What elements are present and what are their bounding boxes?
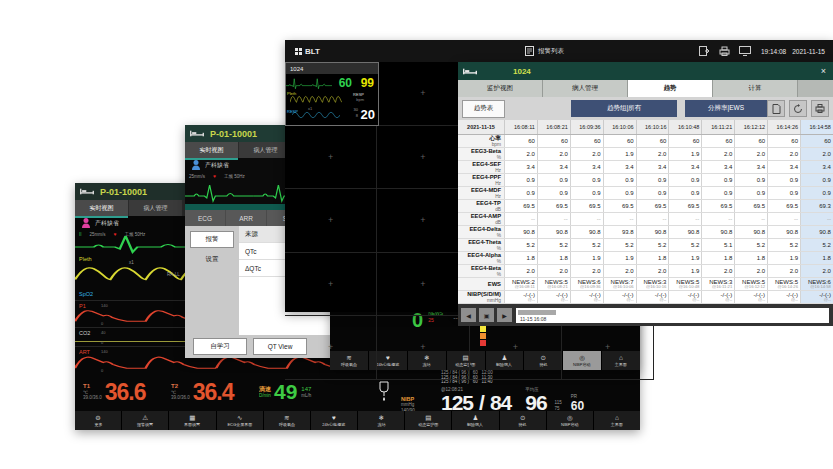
trend-cell: 2.0 — [570, 148, 603, 160]
ecg-dialog-tab-ECG[interactable]: ECG — [185, 210, 225, 226]
scroll-left-button[interactable]: ◀ — [461, 308, 476, 322]
trend-cell: 0.9 — [800, 174, 833, 186]
toolbar-button-待机[interactable]: ⊙待机 — [500, 411, 546, 430]
trend-cell: 69.5 — [504, 200, 537, 212]
print-icon[interactable] — [719, 46, 730, 56]
scroll-mode-button[interactable]: ▣ — [479, 308, 494, 322]
trend-table-header: 2021-11-15 16:08:1116:08:2116:09:3616:10… — [458, 120, 833, 135]
t2-parameter[interactable]: T2 ℃ 39.0/36.0 36.4 — [171, 371, 259, 413]
alarm-list-icon — [525, 46, 534, 56]
toolbar-button-更多[interactable]: ⊖更多 — [75, 411, 121, 430]
ecg-dialog-tab-ARR[interactable]: ARR — [226, 210, 266, 226]
patient-tile[interactable]: + — [285, 253, 377, 317]
w1-tab-0[interactable]: 实时视图 — [75, 200, 128, 218]
trend-time-header: 16:14:26 — [767, 120, 800, 134]
trend-date-header: 2021-11-15 — [458, 120, 504, 134]
trend-cell: 2.0 — [570, 265, 603, 277]
patient-tile[interactable]: + — [285, 189, 377, 253]
trend-cell: 2.0 — [800, 148, 833, 160]
toolbar-button-主界面[interactable]: ⌂主界面 — [594, 411, 640, 430]
add-patient-icon: + — [420, 279, 425, 289]
dialog-tab-0[interactable]: 监护视图 — [458, 80, 543, 97]
ecg-dialog-sidebar-设置[interactable]: 设置 — [191, 252, 233, 267]
alarm-list-button[interactable]: 报警列表 — [525, 46, 564, 56]
scroll-track[interactable]: 11-15 16:08 — [516, 308, 829, 323]
patient-tile[interactable]: + — [285, 316, 377, 380]
patient-tile-1024[interactable]: 1024 60 99 Pleth RESP bpm RESP x1 30 8 2… — [285, 62, 379, 126]
trend-cell: 1.9 — [767, 252, 800, 264]
toolbar-button-解除病人[interactable]: ♟解除病人 — [452, 411, 498, 430]
trend-cell: 5.1 — [701, 239, 734, 251]
mid-tab-0[interactable]: 实时视图 — [185, 142, 238, 160]
trend-cell: 3.4 — [800, 161, 833, 173]
station-topbar: BLT 报警列表 19:14:08 — [285, 40, 833, 62]
trend-cell: -/-(-)@-- — [668, 291, 701, 303]
dialog-tab-1[interactable]: 病人管理 — [543, 80, 628, 97]
patient-tile[interactable]: + — [377, 62, 469, 126]
toolbar-button-NIBP启动[interactable]: ◎NIBP启动 — [547, 411, 593, 430]
bed-icon — [463, 67, 477, 76]
w1-tab-1[interactable]: 病人管理 — [129, 200, 182, 216]
trend-cell: 60 — [504, 135, 537, 147]
export-icon[interactable] — [699, 46, 710, 56]
dialog-tab-2[interactable]: 趋势 — [628, 80, 713, 97]
trend-cell: 1.8 — [701, 252, 734, 264]
trend-cell: 5.2 — [734, 239, 767, 251]
toolbar-button-呼吸氧合[interactable]: ≋呼吸氧合 — [264, 411, 310, 430]
tile-ecg-row: 60 99 — [286, 74, 378, 91]
trend-cell: -/-(-)@-- — [537, 291, 570, 303]
trend-cell: 1.9 — [570, 252, 603, 264]
scroll-right-button[interactable]: ▶ — [497, 308, 512, 322]
patient-tile[interactable]: + — [377, 253, 469, 317]
trend-row-label: EEG4-TPdB — [458, 200, 504, 212]
trend-row: EEG4-Theta%5.25.25.25.25.25.25.15.25.25.… — [458, 239, 833, 252]
trend-row-label: EEG4-MDFHz — [458, 187, 504, 199]
art-scale-high: 140 — [101, 349, 108, 354]
trend-time-header: 16:08:21 — [537, 120, 570, 134]
print-record-button[interactable] — [811, 100, 829, 117]
trend-cell: 3.4 — [636, 161, 669, 173]
nibp-sys: 125 — [441, 392, 473, 413]
trend-cell: -- — [767, 213, 800, 225]
ecg-dialog-button-自学习[interactable]: 自学习 — [193, 338, 247, 355]
patient-tile[interactable]: + — [377, 316, 469, 380]
dialog-titlebar[interactable]: 1024 × — [458, 62, 833, 80]
dialog-tab-3[interactable]: 计算 — [713, 80, 798, 97]
trend-cell: 3.4 — [537, 161, 570, 173]
close-icon[interactable]: × — [821, 66, 826, 76]
drip-value: 49 — [274, 380, 297, 404]
trend-cell: -- — [570, 213, 603, 225]
trend-cell: 2.0 — [767, 265, 800, 277]
patient-tile[interactable]: + — [377, 189, 469, 253]
resolution-button[interactable]: 分辨率|EWS — [685, 100, 767, 117]
ecg-dialog-sidebar: 报警设置 — [185, 226, 239, 335]
trend-row: EEG4-AMPdB-------------------- — [458, 213, 833, 226]
trend-cell: -/-(-)@-- — [570, 291, 603, 303]
trend-cell: 0.9 — [603, 174, 636, 186]
trend-cell: 5.2 — [537, 239, 570, 251]
refresh-button[interactable] — [789, 100, 807, 117]
logo-grid-icon — [295, 48, 302, 55]
trend-group-button[interactable]: 趋势组|所有 — [571, 100, 677, 117]
toolbar-button-报警设置[interactable]: ⚠报警设置 — [122, 411, 168, 430]
display-settings-icon[interactable] — [739, 46, 751, 56]
trend-cell: 0.9 — [603, 187, 636, 199]
spo2-label: SpO2 — [79, 291, 93, 297]
patient-tile[interactable]: + — [285, 126, 377, 190]
tile-resp-row: RESP x1 30 8 20 — [286, 106, 378, 123]
toolbar-button-界面设置[interactable]: ▦界面设置 — [169, 411, 215, 430]
trend-cell: 93.8 — [603, 226, 636, 238]
scroll-thumb[interactable] — [518, 310, 556, 315]
export-record-button[interactable] — [767, 100, 785, 117]
toolbar-button-24h心电概览[interactable]: ♥24h心电概览 — [311, 411, 357, 430]
toolbar-button-动态监护图[interactable]: ▤动态监护图 — [405, 411, 451, 430]
toolbar-button-ECG全屏界面[interactable]: ∿ECG全屏界面 — [217, 411, 263, 430]
patient-tile[interactable]: + — [377, 126, 469, 190]
t1-parameter[interactable]: T1 ℃ 39.0/36.0 36.6 — [75, 371, 171, 413]
toolbar-button-冻结[interactable]: ❄冻结 — [358, 411, 404, 430]
mid-patient-label: 产科缺省 — [205, 161, 229, 170]
trend-cell: 0.9 — [767, 187, 800, 199]
dynamic-trend-icon: ▤ — [425, 414, 431, 422]
ecg-dialog-sidebar-报警[interactable]: 报警 — [190, 231, 234, 248]
trend-table-button[interactable]: 趋势表 — [462, 100, 505, 118]
